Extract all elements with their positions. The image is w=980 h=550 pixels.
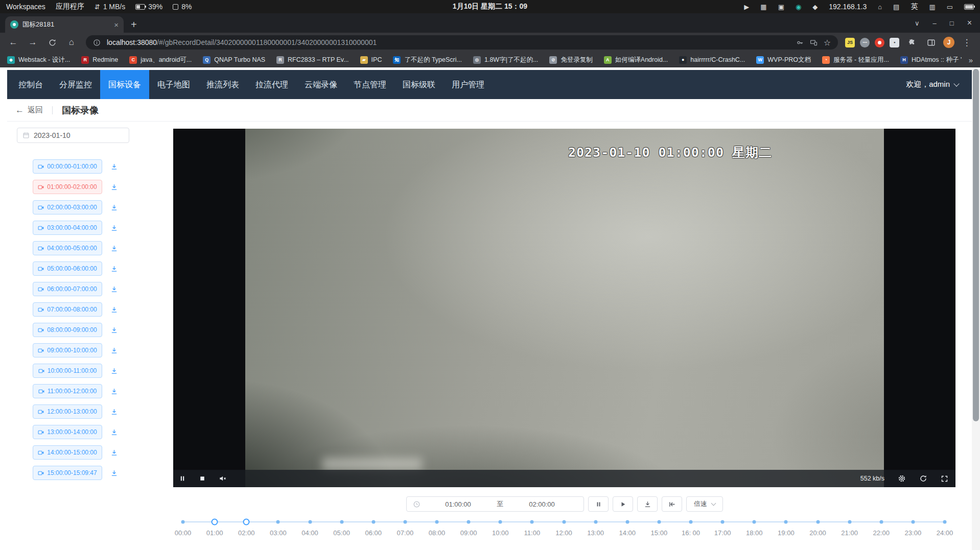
send-to-devices-icon[interactable] [810,39,818,46]
scrollbar-thumb[interactable] [973,69,979,421]
back-arrow-icon[interactable]: ← [15,105,24,115]
forward-button[interactable]: → [26,35,40,50]
segment-button[interactable]: 07:00:00-08:00:00 [33,302,102,317]
segment-button[interactable]: 03:00:00-04:00:00 [33,221,102,235]
segment-button[interactable]: 09:00:00-10:00:00 [33,343,102,357]
video-player[interactable]: 2023-01-10 01:00:00 星期二 552 kb/s [173,129,955,487]
segment-button[interactable]: 02:00:00-03:00:00 [33,200,102,214]
segment-button[interactable]: 13:00:00-14:00:00 [33,425,102,439]
time-range-input[interactable]: 01:00:00 至 02:00:00 [406,496,584,512]
screen-record-icon[interactable]: ▶ [744,4,749,10]
keyboard-icon[interactable]: ▥ [929,4,935,10]
reload-button[interactable] [45,35,59,50]
segment-download-button[interactable] [110,183,118,191]
segment-button[interactable]: 12:00:00-13:00:00 [33,404,102,419]
site-info-icon[interactable] [93,39,101,46]
back-button-label[interactable]: 返回 [28,105,43,115]
ip-address-indicator[interactable]: 192.168.1.3 [829,3,867,11]
extension-icon-4[interactable]: ▪ [890,38,899,47]
player-settings-icon[interactable] [898,474,906,483]
segment-button[interactable]: 01:00:00-02:00:00 [33,180,102,194]
extension-js-icon[interactable]: JS [845,38,855,47]
nav-tab[interactable]: 国标级联 [394,70,444,99]
nav-tab[interactable]: 云端录像 [296,70,345,99]
segment-button[interactable]: 14:00:00-15:00:00 [33,445,102,460]
segment-download-button[interactable] [110,408,118,416]
player-pause-button[interactable] [179,475,186,482]
browser-menu-icon[interactable]: ⋮ [960,35,974,50]
home-icon[interactable]: ⌂ [878,4,882,10]
window-close-button[interactable]: × [967,18,972,28]
bookmark-item[interactable]: ● hairrrrr/C-CrashC... [679,56,745,64]
workspaces-menu[interactable]: Workspaces [6,3,45,11]
play-button[interactable] [613,496,633,512]
browser-home-button[interactable]: ⌂ [64,35,79,50]
segment-button[interactable]: 11:00:00-12:00:00 [33,384,102,398]
segment-button[interactable]: 08:00:00-09:00:00 [33,323,102,337]
bookmark-item[interactable]: ◔ 服务器 - 轻量应用... [822,56,889,64]
bookmark-item[interactable]: H HDAtmos :: 种子 "... [900,56,962,64]
segment-download-button[interactable] [110,204,118,211]
segment-button[interactable]: 06:00:00-07:00:00 [33,282,102,296]
tools-icon[interactable]: ◆ [812,4,818,10]
bookmark-item[interactable]: R RFC2833 – RTP Ev... [276,56,349,64]
bookmark-item[interactable]: R Redmine [81,56,118,64]
window-maximize-button[interactable]: □ [950,19,954,27]
back-button[interactable]: ← [6,35,20,50]
segment-download-button[interactable] [110,326,118,334]
segment-download-button[interactable] [110,224,118,232]
address-bar[interactable]: localhost:38080/#/gbRecordDetail/3402000… [86,35,838,50]
timeline-slider[interactable]: 00:0001:0002:0003:0004:0005:0006:0007:00… [183,517,945,540]
browser-tab[interactable]: 国标28181 × [5,16,124,33]
input-language-indicator[interactable]: 英 [911,2,918,11]
bookmark-item[interactable]: A 如何编译Android... [604,56,668,64]
player-stop-button[interactable] [199,475,205,482]
clipboard-icon[interactable]: ▣ [778,4,784,10]
tray-battery-icon[interactable] [964,4,974,10]
system-monitor-icon[interactable]: ▦ [760,4,766,10]
user-menu[interactable]: 欢迎，admin [906,80,972,89]
bookmarks-overflow-icon[interactable]: » [969,56,973,64]
bookmark-item[interactable]: ▰ IPC [360,56,382,64]
nav-tab[interactable]: 拉流代理 [247,70,296,99]
nav-tab[interactable]: 推流列表 [198,70,247,99]
segment-button[interactable]: 15:00:00-15:09:47 [33,466,102,480]
segment-download-button[interactable] [110,245,118,252]
segment-download-button[interactable] [110,388,118,395]
segment-button[interactable]: 00:00:00-01:00:00 [33,159,102,174]
status-circle-icon[interactable]: ◉ [796,4,801,10]
playback-speed-dropdown[interactable]: 倍速 [686,496,723,512]
bookmark-item[interactable]: C java、android可... [129,56,192,64]
clock[interactable]: 1月10日 星期二 15：09 [453,2,527,11]
segment-button[interactable]: 10:00:00-11:00:00 [33,364,102,378]
date-picker-input[interactable]: 2023-01-10 [17,128,129,143]
tab-close-icon[interactable]: × [114,21,119,29]
nav-tab[interactable]: 分屏监控 [51,70,100,99]
bookmark-star-icon[interactable]: ☆ [824,38,831,47]
segment-download-button[interactable] [110,449,118,457]
tab-search-icon[interactable]: ∨ [915,19,920,27]
password-key-icon[interactable] [796,39,804,46]
nav-tab[interactable]: 节点管理 [345,70,394,99]
bookmark-item[interactable]: 知 了不起的 TypeScri... [393,56,462,64]
nav-tab[interactable]: 电子地图 [149,70,198,99]
new-tab-button[interactable]: + [131,19,137,30]
nav-tab[interactable]: 控制台 [10,70,51,99]
app-grid-icon[interactable]: ▤ [893,4,899,10]
nav-tab[interactable]: 国标设备 [100,70,149,99]
segment-download-button[interactable] [110,163,118,171]
applications-menu[interactable]: 应用程序 [56,2,84,11]
segment-download-button[interactable] [110,367,118,375]
segment-download-button[interactable] [110,306,118,314]
player-mute-button[interactable] [219,474,227,483]
nav-tab[interactable]: 用户管理 [444,70,493,99]
profile-avatar[interactable]: J [943,37,954,48]
segment-button[interactable]: 04:00:00-05:00:00 [33,241,102,255]
download-button[interactable] [637,496,658,512]
bookmark-item[interactable]: ⊘ 免登录复制 [549,56,593,64]
segment-download-button[interactable] [110,347,118,354]
player-reload-icon[interactable] [919,474,927,483]
window-minimize-button[interactable]: – [933,19,937,27]
bookmark-item[interactable]: ◆ Webstack - 设计... [7,56,70,64]
extension-adblock-icon[interactable] [875,38,884,47]
